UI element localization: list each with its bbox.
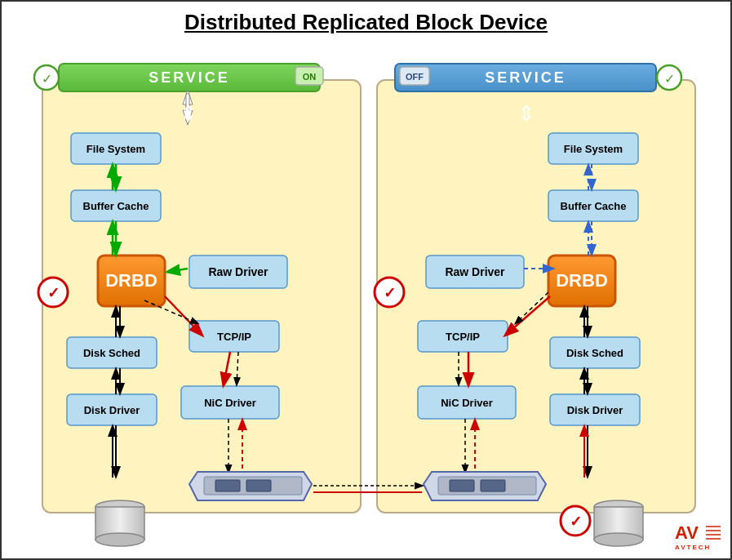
svg-rect-88	[438, 477, 536, 495]
svg-rect-43	[550, 337, 640, 368]
svg-point-99	[38, 278, 68, 307]
svg-rect-86	[246, 480, 271, 491]
svg-point-103	[561, 506, 590, 536]
svg-text:File System: File System	[87, 143, 145, 155]
svg-text:⇕: ⇕	[180, 101, 197, 126]
svg-rect-21	[98, 256, 165, 306]
svg-rect-35	[548, 190, 638, 221]
svg-text:Buffer Cache: Buffer Cache	[561, 200, 627, 212]
svg-text:ON: ON	[303, 72, 317, 82]
svg-rect-10	[395, 64, 656, 91]
svg-line-82	[516, 292, 548, 323]
svg-line-60	[224, 352, 230, 384]
page-title: Distributed Replicated Block Device	[2, 2, 730, 40]
svg-rect-23	[189, 256, 287, 288]
svg-rect-45	[550, 394, 640, 425]
svg-rect-97	[594, 507, 643, 540]
svg-marker-8	[183, 94, 193, 125]
svg-rect-19	[71, 190, 161, 221]
svg-text:Raw Driver: Raw Driver	[445, 265, 505, 278]
left-service-label: SERVICE	[149, 69, 230, 86]
svg-rect-2	[59, 64, 320, 91]
svg-point-98	[594, 533, 643, 546]
avtech-logo: AV AVTECH	[673, 522, 722, 553]
svg-text:Disk Driver: Disk Driver	[84, 404, 140, 416]
gear-icon-left: ⚙	[91, 500, 122, 538]
svg-text:✓: ✓	[47, 285, 60, 301]
svg-text:✓: ✓	[570, 513, 582, 530]
svg-marker-7	[183, 90, 193, 121]
svg-rect-29	[67, 394, 157, 425]
svg-rect-17	[71, 133, 161, 164]
svg-text:AVTECH: AVTECH	[675, 544, 711, 551]
svg-marker-83	[189, 472, 312, 500]
svg-rect-85	[215, 480, 240, 491]
svg-text:NiC Driver: NiC Driver	[441, 397, 493, 409]
svg-rect-89	[450, 480, 474, 491]
svg-rect-39	[426, 256, 524, 288]
svg-text:✓: ✓	[384, 285, 396, 301]
svg-rect-31	[181, 386, 279, 419]
svg-line-77	[506, 296, 550, 335]
svg-text:NiC Driver: NiC Driver	[204, 397, 256, 409]
svg-text:⇕: ⇕	[517, 101, 535, 126]
svg-rect-84	[204, 477, 302, 495]
svg-rect-33	[548, 133, 638, 164]
svg-text:AV: AV	[675, 522, 699, 543]
svg-text:OFF: OFF	[406, 72, 424, 82]
svg-line-62	[144, 300, 197, 323]
svg-text:File System: File System	[564, 143, 623, 155]
svg-point-93	[95, 500, 144, 513]
diagram-svg: SERVICE ON ✓ ⇕ SERVICE OFF ✓ ⇕ File Syst…	[2, 39, 732, 560]
svg-rect-3	[295, 67, 323, 85]
svg-rect-0	[42, 80, 361, 513]
svg-point-101	[375, 278, 404, 307]
svg-line-63	[237, 352, 238, 384]
svg-point-95	[95, 533, 144, 546]
svg-rect-1	[377, 80, 695, 513]
svg-rect-41	[418, 321, 508, 352]
svg-text:Raw Driver: Raw Driver	[208, 265, 268, 278]
svg-text:Disk Sched: Disk Sched	[83, 347, 140, 359]
svg-text:✓: ✓	[42, 72, 52, 86]
svg-text:Disk Driver: Disk Driver	[567, 404, 623, 416]
svg-text:SERVICE: SERVICE	[485, 69, 566, 86]
svg-rect-12	[400, 67, 429, 85]
svg-text:Disk Sched: Disk Sched	[566, 347, 623, 359]
svg-text:DRBD: DRBD	[556, 270, 608, 291]
svg-line-59	[165, 296, 202, 335]
svg-rect-27	[67, 337, 157, 368]
svg-text:TCP/IP: TCP/IP	[446, 331, 480, 343]
svg-point-96	[594, 500, 643, 513]
svg-text:✓: ✓	[664, 72, 675, 86]
svg-rect-25	[189, 321, 279, 352]
svg-rect-90	[481, 480, 505, 491]
svg-point-14	[657, 65, 681, 90]
main-container: Distributed Replicated Block Device SERV…	[0, 0, 732, 560]
svg-line-61	[168, 269, 188, 272]
svg-text:TCP/IP: TCP/IP	[217, 331, 251, 343]
svg-text:DRBD: DRBD	[105, 270, 157, 291]
svg-point-5	[34, 65, 59, 90]
svg-marker-87	[424, 472, 546, 500]
svg-text:Buffer Cache: Buffer Cache	[83, 200, 149, 212]
svg-rect-47	[418, 386, 516, 419]
svg-rect-37	[548, 256, 615, 306]
svg-rect-94	[95, 507, 144, 540]
